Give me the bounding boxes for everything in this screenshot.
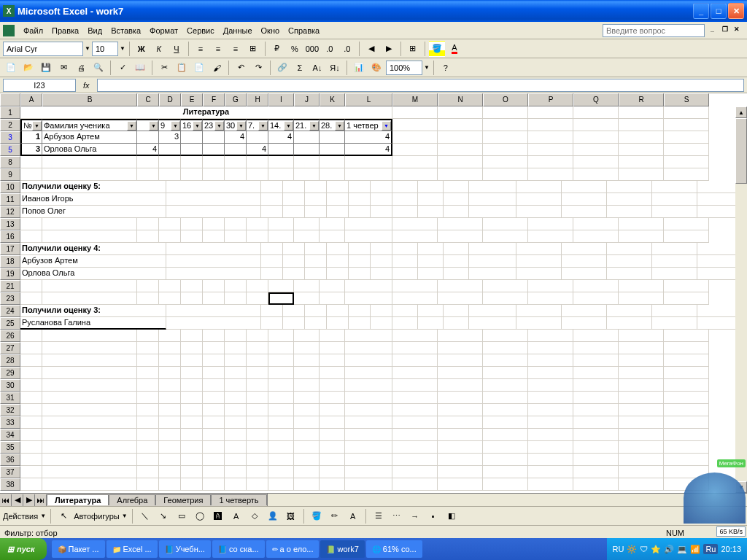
autoshapes-menu[interactable]: Автофигуры bbox=[74, 512, 120, 521]
row-header-35[interactable]: 35 bbox=[0, 441, 20, 454]
col-header-E[interactable]: E bbox=[181, 93, 203, 106]
oval-icon[interactable]: ◯ bbox=[192, 508, 208, 524]
col-header-F[interactable]: F bbox=[203, 93, 225, 106]
row-header-12[interactable]: 12 bbox=[0, 206, 20, 218]
sort-asc-button[interactable]: A↓ bbox=[309, 60, 325, 76]
increase-indent-button[interactable]: ▶ bbox=[381, 41, 397, 57]
row-header-25[interactable]: 25 bbox=[0, 317, 20, 330]
tab-first[interactable]: ⏮ bbox=[0, 494, 12, 506]
hyperlink-button[interactable]: 🔗 bbox=[274, 60, 290, 76]
tab-prev[interactable]: ◀ bbox=[12, 494, 23, 506]
system-tray[interactable]: RU 🔆 🛡 ⭐ 🔊 💻 📶 Ru 20:13 bbox=[607, 538, 747, 560]
undo-button[interactable]: ↶ bbox=[233, 60, 249, 76]
email-button[interactable]: ✉ bbox=[55, 60, 71, 76]
filter-dropdown[interactable]: ▼ bbox=[214, 121, 224, 131]
tray-icon[interactable]: 🛡 bbox=[640, 545, 648, 553]
megafon-widget[interactable]: МегаФон bbox=[684, 472, 746, 524]
drawing-button[interactable]: 🎨 bbox=[368, 60, 384, 76]
row-header-16[interactable]: 16 bbox=[0, 230, 20, 243]
col-header-G[interactable]: G bbox=[225, 93, 247, 106]
zoom-box[interactable] bbox=[386, 61, 422, 75]
picture-icon[interactable]: 🖼 bbox=[283, 508, 299, 524]
decrease-indent-button[interactable]: ◀ bbox=[363, 41, 379, 57]
italic-button[interactable]: К bbox=[151, 41, 167, 57]
shadow-icon[interactable]: ▪ bbox=[425, 508, 441, 524]
chart-button[interactable]: 📊 bbox=[351, 60, 367, 76]
actions-menu[interactable]: Действия bbox=[3, 512, 38, 521]
row-header-18[interactable]: 18 bbox=[0, 255, 20, 268]
sheet-tab-quarter[interactable]: 1 четверть bbox=[211, 494, 266, 505]
underline-button[interactable]: Ч bbox=[169, 41, 185, 57]
row-header-9[interactable]: 9 bbox=[0, 168, 20, 181]
row-header-10[interactable]: 10 bbox=[0, 181, 20, 193]
doc-restore[interactable]: ❐ bbox=[722, 26, 732, 36]
menu-format[interactable]: Формат bbox=[145, 25, 182, 36]
arrow-style-icon[interactable]: → bbox=[407, 508, 423, 524]
redo-button[interactable]: ↷ bbox=[250, 60, 266, 76]
filter-dropdown[interactable]: ▼ bbox=[284, 121, 293, 131]
row-header-31[interactable]: 31 bbox=[0, 392, 20, 404]
taskbar-item-7[interactable]: 🌐61% co... bbox=[366, 540, 422, 558]
row-header-26[interactable]: 26 bbox=[0, 330, 20, 342]
tab-next[interactable]: ▶ bbox=[23, 494, 35, 506]
col-header-D[interactable]: D bbox=[159, 93, 181, 106]
rectangle-icon[interactable]: ▭ bbox=[174, 508, 190, 524]
sort-desc-button[interactable]: Я↓ bbox=[327, 60, 343, 76]
filter-dropdown[interactable]: ▼ bbox=[149, 121, 158, 131]
row-header-23[interactable]: 23 bbox=[0, 292, 20, 305]
taskbar-item-1[interactable]: 📦Пакет ... bbox=[52, 540, 105, 558]
menu-help[interactable]: Справка bbox=[284, 25, 324, 36]
filter-dropdown[interactable]: ▼ bbox=[193, 121, 202, 131]
minimize-button[interactable]: _ bbox=[693, 3, 709, 19]
tray-icon[interactable]: 💻 bbox=[677, 545, 687, 554]
pointer-icon[interactable]: ↖ bbox=[55, 508, 71, 524]
taskbar-item-3[interactable]: 📘Учебн... bbox=[159, 540, 211, 558]
lang-indicator[interactable]: RU bbox=[613, 545, 624, 553]
col-header-N[interactable]: N bbox=[438, 93, 483, 106]
question-box[interactable] bbox=[603, 24, 705, 37]
col-header-S[interactable]: S bbox=[664, 93, 709, 106]
row-header-11[interactable]: 11 bbox=[0, 193, 20, 206]
col-header-C[interactable]: C bbox=[137, 93, 159, 106]
col-header-O[interactable]: O bbox=[483, 93, 528, 106]
col-header-I[interactable]: I bbox=[268, 93, 294, 106]
row-header-5[interactable]: 5 bbox=[0, 144, 20, 156]
fill-icon[interactable]: 🪣 bbox=[309, 508, 325, 524]
taskbar-item-5[interactable]: ✏а о ело... bbox=[266, 540, 320, 558]
col-header-Q[interactable]: Q bbox=[573, 93, 619, 106]
fx-label[interactable]: fx bbox=[83, 81, 90, 90]
taskbar-item-4[interactable]: 📘со ска... bbox=[212, 540, 265, 558]
scroll-up-button[interactable]: ▲ bbox=[735, 106, 747, 118]
diagram-icon[interactable]: ◇ bbox=[247, 508, 263, 524]
row-header-8[interactable]: 8 bbox=[0, 156, 20, 168]
row-header-19[interactable]: 19 bbox=[0, 268, 20, 280]
close-button[interactable]: ✕ bbox=[728, 3, 744, 19]
line-color-icon[interactable]: ✏ bbox=[327, 508, 343, 524]
sheet-tab-algebra[interactable]: Алгебра bbox=[109, 494, 155, 505]
col-header-J[interactable]: J bbox=[294, 93, 320, 106]
vertical-scrollbar[interactable]: ▲ ▼ bbox=[735, 106, 747, 493]
open-button[interactable]: 📂 bbox=[20, 60, 36, 76]
scroll-thumb[interactable] bbox=[735, 118, 747, 184]
row-header-38[interactable]: 38 bbox=[0, 478, 20, 491]
row-header-17[interactable]: 17 bbox=[0, 243, 20, 255]
font-size-box[interactable] bbox=[92, 42, 118, 56]
name-box[interactable] bbox=[3, 79, 76, 92]
line-style-icon[interactable]: ☰ bbox=[371, 508, 387, 524]
filter-dropdown[interactable]: ▼ bbox=[127, 121, 136, 131]
paste-button[interactable]: 📄 bbox=[191, 60, 207, 76]
col-header-H[interactable]: H bbox=[247, 93, 268, 106]
row-header-33[interactable]: 33 bbox=[0, 416, 20, 429]
col-header-A[interactable]: A bbox=[20, 93, 42, 106]
help-button[interactable]: ? bbox=[438, 60, 454, 76]
menu-view[interactable]: Вид bbox=[83, 25, 107, 36]
research-button[interactable]: 📖 bbox=[132, 60, 148, 76]
row-header-30[interactable]: 30 bbox=[0, 379, 20, 392]
row-header-21[interactable]: 21 bbox=[0, 280, 20, 292]
tray-icon[interactable]: 📶 bbox=[690, 545, 700, 554]
fill-color-button[interactable]: 🪣 bbox=[429, 41, 445, 57]
tray-icon[interactable]: 🔊 bbox=[664, 545, 674, 554]
menu-edit[interactable]: Правка bbox=[47, 25, 83, 36]
start-button[interactable]: ⊞пуск bbox=[0, 538, 47, 560]
merge-button[interactable]: ⊞ bbox=[245, 41, 261, 57]
